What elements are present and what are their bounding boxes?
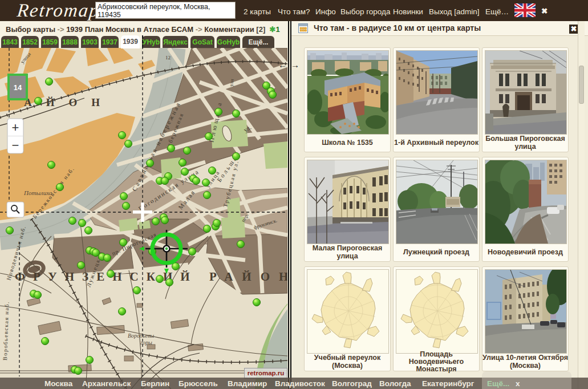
svg-text:Воробьевы: Воробьевы	[128, 333, 154, 339]
svg-text:ули: ули	[228, 78, 235, 87]
svg-text:+: +	[12, 120, 19, 135]
svg-text:−: −	[12, 138, 19, 152]
svg-text:РАЙОН: РАЙОН	[209, 270, 287, 283]
svg-text:12: 12	[165, 55, 171, 60]
svg-text:Потылиха: Потылиха	[23, 189, 52, 196]
svg-text:горы: горы	[140, 339, 152, 346]
svg-text:14: 14	[14, 83, 22, 92]
